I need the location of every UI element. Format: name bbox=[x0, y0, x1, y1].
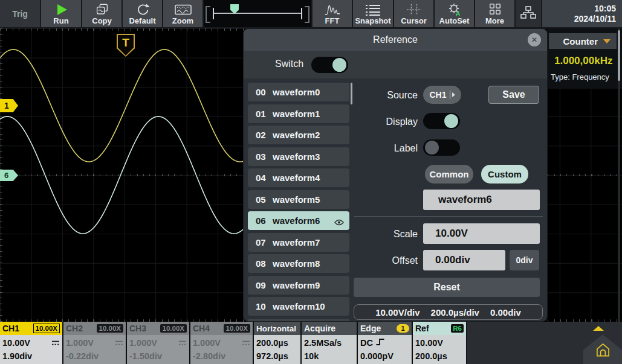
waveform-list: 00waveform001waveform102waveform203wavef… bbox=[248, 83, 349, 321]
list-item[interactable]: 00waveform0 bbox=[248, 83, 349, 101]
ref-info-bar: 10.00V/div 200.0µs/div 0.00div bbox=[354, 304, 543, 320]
ch3-status-tile[interactable]: CH3 10.00X 1.000V -1.50div bbox=[127, 322, 189, 364]
snapshot-button[interactable]: Snapshot bbox=[353, 0, 393, 27]
list-item[interactable]: 04waveform4 bbox=[248, 168, 349, 187]
ref-slot-badge: R6 bbox=[451, 324, 464, 333]
snapshot-label: Snapshot bbox=[355, 17, 390, 25]
list-item[interactable]: 02waveform2 bbox=[248, 126, 349, 144]
close-icon[interactable]: ✕ bbox=[528, 33, 541, 46]
ch2-status-tile[interactable]: CH2 10.00X 1.000V -0.22div bbox=[63, 322, 126, 364]
slider-track bbox=[213, 13, 302, 14]
acquire-status-tile[interactable]: Acquire 2.5MSa/s 10k bbox=[302, 322, 357, 364]
reset-button[interactable]: Reset bbox=[354, 278, 540, 297]
cursor-label: Cursor bbox=[401, 17, 427, 25]
ch4-volts: 1.000V bbox=[193, 336, 221, 350]
list-item[interactable]: 01waveform1 bbox=[248, 104, 349, 123]
list-item[interactable]: 07waveform7 bbox=[248, 233, 349, 252]
list-item-number: 06 bbox=[256, 216, 273, 226]
switch-label: Switch bbox=[275, 59, 303, 69]
list-item[interactable]: 05waveform5 bbox=[248, 190, 349, 209]
label-toggle[interactable] bbox=[423, 139, 460, 156]
counter-type: Type: Frequency bbox=[551, 72, 609, 81]
list-item[interactable]: 10waveform10 bbox=[248, 297, 349, 316]
toggle-knob bbox=[425, 141, 439, 155]
zoom-button[interactable]: Zoom bbox=[163, 0, 202, 27]
ch3-offset: -1.50div bbox=[129, 350, 187, 363]
ref-scale-info: 10.00V/div bbox=[375, 307, 420, 318]
list-item[interactable]: 08waveform8 bbox=[248, 254, 349, 273]
list-item-name: waveform0 bbox=[273, 87, 320, 97]
trig-label: Trig bbox=[12, 10, 28, 18]
custom-button[interactable]: Custom bbox=[481, 165, 528, 184]
fft-button[interactable]: FFT bbox=[313, 0, 352, 27]
more-grid-icon bbox=[488, 3, 502, 16]
horizontal-status-tile[interactable]: Horizontal 200.0µs 972.0µs bbox=[254, 322, 300, 364]
label-label: Label bbox=[351, 143, 418, 154]
horizontal-timebase: 200.0µs bbox=[256, 336, 298, 350]
trig-button[interactable]: Trig bbox=[0, 0, 40, 27]
time-text: 10:05 bbox=[542, 4, 616, 14]
reference-switch-toggle[interactable] bbox=[311, 57, 348, 73]
list-item-number: 00 bbox=[256, 87, 273, 97]
ch4-status-tile[interactable]: CH4 10.00X 1.000V -2.80div bbox=[190, 322, 253, 364]
zero-div-button[interactable]: 0div bbox=[510, 250, 539, 270]
list-item-name: waveform6 bbox=[273, 216, 320, 226]
horizontal-position-slider[interactable] bbox=[204, 0, 311, 27]
trigger-level: 0.000pV bbox=[360, 350, 409, 363]
list-item-name: waveform9 bbox=[273, 280, 320, 290]
switch-row: Switch bbox=[244, 51, 547, 78]
chevron-right-icon bbox=[452, 92, 455, 97]
trigger-status-tile[interactable]: Edge 1 DC 0.000pV bbox=[358, 322, 412, 364]
counter-title: Counter bbox=[563, 36, 598, 46]
save-button[interactable]: Save bbox=[488, 86, 539, 104]
default-reset-icon bbox=[135, 3, 151, 16]
list-item-partial[interactable] bbox=[248, 319, 349, 322]
more-button[interactable]: More bbox=[475, 0, 514, 27]
display-label: Display bbox=[351, 117, 418, 127]
toggle-knob bbox=[444, 114, 458, 128]
left-stop bbox=[213, 8, 214, 19]
copy-label: Copy bbox=[92, 17, 112, 25]
autoset-button[interactable]: A AutoSet bbox=[435, 0, 474, 27]
ch1-probe-badge: 10.00X bbox=[33, 324, 60, 333]
list-item-name: waveform3 bbox=[273, 152, 320, 162]
ref-name-input[interactable]: waveform6 bbox=[423, 190, 540, 210]
datetime-display[interactable]: 10:05 2024/10/11 bbox=[542, 0, 622, 27]
scale-input[interactable]: 10.00V bbox=[423, 223, 540, 244]
ch2-volts: 1.000V bbox=[66, 336, 94, 350]
list-item-number: 03 bbox=[256, 152, 273, 162]
network-status-button[interactable] bbox=[516, 0, 541, 27]
ref-status-tile[interactable]: Ref R6 10.00V 200.0µs bbox=[413, 322, 466, 364]
right-stop bbox=[301, 8, 302, 19]
list-item-number: 10 bbox=[256, 301, 273, 311]
dialog-title: Reference bbox=[373, 34, 418, 45]
autoset-gear-icon: A bbox=[447, 3, 462, 16]
list-item-number: 05 bbox=[256, 194, 273, 205]
default-button[interactable]: Default bbox=[123, 0, 162, 27]
ch1-offset: 1.90div bbox=[2, 350, 60, 363]
display-toggle[interactable] bbox=[423, 113, 460, 129]
list-item[interactable]: 09waveform9 bbox=[248, 276, 349, 295]
copy-button[interactable]: Copy bbox=[82, 0, 121, 27]
source-select[interactable]: CH1 bbox=[423, 86, 461, 104]
run-button[interactable]: Run bbox=[41, 0, 81, 27]
ch4-offset: -2.80div bbox=[193, 350, 250, 363]
list-item[interactable]: 06waveform6 bbox=[248, 211, 349, 230]
counter-header[interactable]: Counter bbox=[549, 33, 617, 49]
list-item[interactable]: 03waveform3 bbox=[248, 147, 349, 166]
cursor-button[interactable]: Cursor bbox=[394, 0, 433, 27]
horizontal-title: Horizontal bbox=[256, 324, 296, 333]
ch4-probe-badge: 10.00X bbox=[224, 324, 250, 333]
expand-up-arrow[interactable] bbox=[593, 326, 604, 331]
ch4-name: CH4 bbox=[193, 324, 210, 333]
edge-coupling: DC bbox=[360, 336, 373, 350]
reference-dialog: Reference ✕ Switch 00waveform001waveform… bbox=[244, 29, 547, 321]
right-scrollbar-thumb[interactable] bbox=[618, 30, 620, 81]
offset-input[interactable]: 0.00div bbox=[423, 250, 505, 270]
ch1-status-tile[interactable]: CH1 10.00X 10.00V 1.90div bbox=[0, 322, 62, 364]
list-item-number: 07 bbox=[256, 237, 273, 247]
common-button[interactable]: Common bbox=[425, 165, 473, 184]
edge-title: Edge bbox=[360, 324, 381, 333]
default-label: Default bbox=[129, 17, 155, 25]
ref-scale: 10.00V bbox=[415, 336, 464, 350]
